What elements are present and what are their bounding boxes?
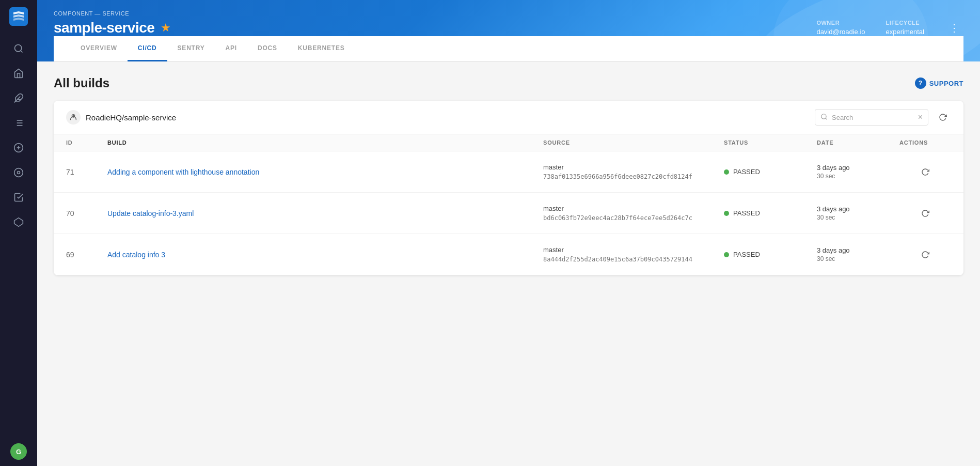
build-date: 3 days ago bbox=[817, 164, 899, 172]
actions-cell bbox=[899, 246, 951, 263]
source-commit: 8a444d2f255d2ac409e15c6a37b09c0435729144 bbox=[543, 256, 724, 263]
sidebar-logo bbox=[8, 6, 29, 27]
status-cell: PASSED bbox=[724, 168, 817, 176]
tab-kubernetes[interactable]: KUBERNETES bbox=[288, 36, 355, 61]
page-body: All builds ? SUPPORT RoadieHQ/sample-ser… bbox=[37, 61, 980, 466]
sidebar-item-home[interactable] bbox=[7, 62, 30, 85]
status-text: PASSED bbox=[733, 209, 760, 217]
main-content: COMPONENT — SERVICE sample-service ★ Own… bbox=[37, 0, 980, 466]
page-title: sample-service bbox=[54, 20, 154, 36]
build-duration: 30 sec bbox=[817, 255, 899, 262]
owner-meta: Owner david@roadie.io bbox=[816, 20, 865, 36]
build-source: master 738af01335e6966a956f6deee0827c20c… bbox=[543, 163, 724, 180]
date-cell: 3 days ago 30 sec bbox=[817, 164, 899, 180]
sidebar-item-search[interactable] bbox=[7, 37, 30, 60]
tab-api[interactable]: API bbox=[215, 36, 247, 61]
repo-info: RoadieHQ/sample-service bbox=[66, 110, 176, 125]
build-name-cell: Add catalog info 3 bbox=[107, 250, 543, 259]
repo-name: RoadieHQ/sample-service bbox=[86, 113, 176, 122]
table-row: 70 Update catalog-info-3.yaml master bd6… bbox=[54, 193, 963, 234]
rebuild-button[interactable] bbox=[917, 205, 934, 222]
tab-overview[interactable]: OVERVIEW bbox=[70, 36, 128, 61]
col-header-id: ID bbox=[66, 139, 107, 146]
build-name-cell: Adding a component with lighthouse annot… bbox=[107, 167, 543, 177]
status-dot-icon bbox=[724, 169, 729, 175]
tab-docs[interactable]: DOCS bbox=[247, 36, 288, 61]
build-date: 3 days ago bbox=[817, 246, 899, 254]
sidebar-item-graphql[interactable] bbox=[7, 211, 30, 234]
lifecycle-label: Lifecycle bbox=[886, 20, 924, 26]
build-id: 71 bbox=[66, 168, 107, 176]
svg-point-17 bbox=[73, 116, 73, 116]
date-cell: 3 days ago 30 sec bbox=[817, 246, 899, 262]
status-dot-icon bbox=[724, 252, 729, 257]
build-duration: 30 sec bbox=[817, 173, 899, 180]
build-name-link[interactable]: Update catalog-info-3.yaml bbox=[107, 209, 194, 218]
search-box[interactable]: × bbox=[815, 109, 928, 126]
repo-header: RoadieHQ/sample-service × bbox=[54, 101, 963, 134]
build-name-link[interactable]: Adding a component with lighthouse annot… bbox=[107, 168, 259, 176]
support-label: SUPPORT bbox=[929, 80, 963, 87]
rebuild-button[interactable] bbox=[917, 246, 934, 263]
table-row: 69 Add catalog info 3 master 8a444d2f255… bbox=[54, 234, 963, 275]
builds-title: All builds bbox=[54, 76, 109, 90]
col-header-actions: ACTIONS bbox=[899, 139, 951, 146]
rebuild-button[interactable] bbox=[917, 164, 934, 180]
page-header: COMPONENT — SERVICE sample-service ★ Own… bbox=[37, 0, 980, 61]
support-button[interactable]: ? SUPPORT bbox=[915, 77, 963, 89]
user-avatar[interactable]: G bbox=[10, 443, 27, 460]
tab-cicd[interactable]: CI/CD bbox=[128, 36, 167, 61]
actions-cell bbox=[899, 205, 951, 222]
svg-point-18 bbox=[821, 114, 826, 118]
sidebar-item-explore[interactable] bbox=[7, 161, 30, 184]
col-header-build: BUILD bbox=[107, 139, 543, 146]
date-cell: 3 days ago 30 sec bbox=[817, 205, 899, 221]
builds-list: 71 Adding a component with lighthouse an… bbox=[54, 151, 963, 275]
status-text: PASSED bbox=[733, 168, 760, 176]
status-dot-icon bbox=[724, 211, 729, 216]
build-name-cell: Update catalog-info-3.yaml bbox=[107, 209, 543, 218]
breadcrumb: COMPONENT — SERVICE bbox=[54, 10, 963, 17]
svg-point-1 bbox=[15, 45, 22, 52]
col-header-date: DATE bbox=[817, 139, 899, 146]
search-input[interactable] bbox=[832, 114, 914, 121]
header-menu-button[interactable]: ⋮ bbox=[945, 20, 963, 36]
favorite-star-icon[interactable]: ★ bbox=[161, 21, 171, 35]
source-branch: master bbox=[543, 246, 724, 254]
sidebar-item-create[interactable] bbox=[7, 136, 30, 159]
repo-actions: × bbox=[815, 109, 951, 126]
build-id: 69 bbox=[66, 251, 107, 259]
build-id: 70 bbox=[66, 209, 107, 218]
actions-cell bbox=[899, 164, 951, 180]
status-cell: PASSED bbox=[724, 251, 817, 258]
col-header-source: SOURCE bbox=[543, 139, 724, 146]
owner-label: Owner bbox=[816, 20, 865, 26]
tab-sentry[interactable]: SENTRY bbox=[167, 36, 215, 61]
status-cell: PASSED bbox=[724, 209, 817, 217]
builds-header: All builds ? SUPPORT bbox=[54, 76, 963, 90]
sidebar: G bbox=[0, 0, 37, 466]
refresh-button[interactable] bbox=[935, 109, 951, 126]
build-source: master 8a444d2f255d2ac409e15c6a37b09c043… bbox=[543, 246, 724, 263]
support-circle-icon: ? bbox=[915, 77, 926, 89]
svg-point-14 bbox=[18, 172, 20, 174]
status-text: PASSED bbox=[733, 251, 760, 258]
source-commit: 738af01335e6966a956f6deee0827c20cfd8124f bbox=[543, 173, 724, 180]
builds-card: RoadieHQ/sample-service × bbox=[54, 101, 963, 275]
sidebar-item-plugins[interactable] bbox=[7, 87, 30, 110]
col-header-status: STATUS bbox=[724, 139, 817, 146]
table-header: ID BUILD SOURCE STATUS DATE ACTIONS bbox=[54, 134, 963, 151]
source-branch: master bbox=[543, 163, 724, 171]
owner-value: david@roadie.io bbox=[816, 28, 865, 36]
build-date: 3 days ago bbox=[817, 205, 899, 213]
clear-search-icon[interactable]: × bbox=[918, 113, 923, 122]
svg-marker-15 bbox=[14, 218, 23, 227]
build-name-link[interactable]: Add catalog info 3 bbox=[107, 251, 165, 259]
sidebar-item-cicd[interactable] bbox=[7, 186, 30, 209]
table-row: 71 Adding a component with lighthouse an… bbox=[54, 151, 963, 193]
tab-bar: OVERVIEWCI/CDSENTRYAPIDOCSKUBERNETES bbox=[54, 36, 963, 61]
build-source: master bd6c063fb72e9eec4ac28b7f64ece7ee5… bbox=[543, 205, 724, 222]
lifecycle-meta: Lifecycle experimental bbox=[886, 20, 924, 36]
sidebar-item-catalog[interactable] bbox=[7, 112, 30, 134]
lifecycle-value: experimental bbox=[886, 28, 924, 36]
